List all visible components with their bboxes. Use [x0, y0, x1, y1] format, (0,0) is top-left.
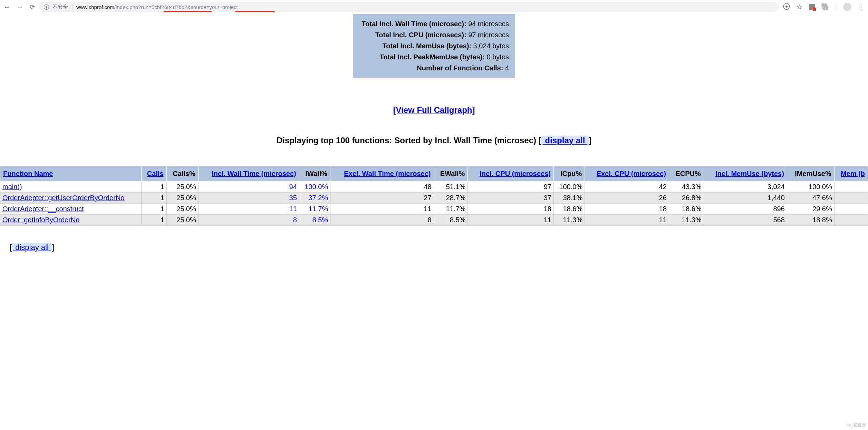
cell: 8.5%	[299, 215, 330, 226]
table-row: Order::getInfoByOrderNo125.0%88.5%88.5%1…	[0, 215, 868, 226]
cell: 25.0%	[166, 204, 198, 215]
cell: 100.0%	[787, 182, 834, 193]
th-incl-wall[interactable]: Incl. Wall Time (microsec)	[198, 166, 299, 182]
th-imem-pct: IMemUse%	[787, 166, 834, 182]
browser-toolbar: ← → ⟳ i 不安全 | www.xhprof.com/index.php?r…	[0, 0, 868, 14]
cell: 18	[468, 204, 554, 215]
th-icpu-pct: ICpu%	[553, 166, 585, 182]
back-button[interactable]: ←	[3, 3, 10, 11]
cell: 94	[198, 182, 299, 193]
cell: 42	[585, 182, 669, 193]
cell: 25.0%	[166, 193, 198, 204]
toolbar-right: ⦿ ☆ ! 🐘 | ⋮	[783, 2, 865, 11]
function-link[interactable]: Order::getInfoByOrderNo	[2, 216, 79, 224]
cell: 568	[704, 215, 787, 226]
annotation-underline-1	[163, 11, 212, 12]
evernote-icon[interactable]: 🐘	[822, 3, 829, 10]
th-function-name[interactable]: Function Name	[0, 166, 142, 182]
bottom-link-row: [ display all ]	[10, 243, 868, 252]
cell: 8.5%	[434, 215, 468, 226]
th-ewall-pct: EWall%	[434, 166, 468, 182]
cell: 18	[585, 204, 669, 215]
table-header-row: Function Name Calls Calls% Incl. Wall Ti…	[0, 166, 868, 182]
insecure-label: 不安全	[52, 4, 68, 10]
cell: 29.6%	[787, 204, 834, 215]
cell: 100.0%	[299, 182, 330, 193]
cell: 8	[198, 215, 299, 226]
th-incl-mem[interactable]: Incl. MemUse (bytes)	[704, 166, 787, 182]
function-link[interactable]: OrderAdepter::__construct	[2, 205, 84, 213]
display-heading: Displaying top 100 functions: Sorted by …	[0, 136, 868, 145]
table-row: main()125.0%94100.0%4851.1%97100.0%4243.…	[0, 182, 868, 193]
cell: 11	[468, 215, 554, 226]
address-bar[interactable]: i 不安全 | www.xhprof.com/index.php?run=5cb…	[39, 2, 779, 12]
cell: 97	[468, 182, 554, 193]
forward-button[interactable]: →	[17, 3, 23, 11]
reload-button[interactable]: ⟳	[30, 3, 35, 11]
cell: 38.1%	[553, 193, 585, 204]
th-excl-wall[interactable]: Excl. Wall Time (microsec)	[330, 166, 434, 182]
url-path: /index.php?run=5cbf2684d7bb2&source=your…	[114, 4, 238, 10]
cell: 43.3%	[669, 182, 704, 193]
cell: 1,440	[704, 193, 787, 204]
cell: 25.0%	[166, 182, 198, 193]
function-link[interactable]: OrderAdepter::getUserOrderByOrderNo	[2, 194, 124, 202]
annotation-underline-2	[235, 11, 275, 12]
cell: 47.6%	[787, 193, 834, 204]
divider: |	[835, 2, 837, 11]
table-row: OrderAdepter::__construct125.0%1111.7%11…	[0, 204, 868, 215]
cell: 48	[330, 182, 434, 193]
summary-row: Total Incl. PeakMemUse (bytes): 0 bytes	[359, 51, 509, 62]
display-all-link-top[interactable]: display all	[541, 136, 589, 145]
cell: 11	[585, 215, 669, 226]
cell-function-name: main()	[0, 182, 142, 193]
cell: 18.6%	[553, 204, 585, 215]
bookmark-star-icon[interactable]: ☆	[796, 3, 802, 11]
function-link[interactable]: main()	[2, 183, 22, 190]
cell	[834, 215, 868, 226]
callgraph-link-row: [View Full Callgraph]	[0, 105, 868, 115]
cell: 18.8%	[787, 215, 834, 226]
divider: |	[71, 4, 73, 10]
page-content: Total Incl. Wall Time (microsec): 94 mic…	[0, 14, 868, 252]
cell: 11	[198, 204, 299, 215]
th-excl-cpu[interactable]: Excl. CPU (microsec)	[585, 166, 669, 182]
cell: 8	[330, 215, 434, 226]
cell: 11.7%	[434, 204, 468, 215]
cell: 27	[330, 193, 434, 204]
translate-icon[interactable]: ⦿	[783, 3, 790, 10]
cell: 100.0%	[553, 182, 585, 193]
profile-avatar[interactable]	[843, 3, 851, 11]
summary-row: Total Incl. Wall Time (microsec): 94 mic…	[359, 18, 509, 29]
cell: 18.6%	[669, 204, 704, 215]
th-incl-cpu[interactable]: Incl. CPU (microsecs)	[468, 166, 554, 182]
th-mem-b[interactable]: Mem (b	[834, 166, 868, 182]
th-ecpu-pct: ECPU%	[669, 166, 704, 182]
site-info-icon[interactable]: i	[44, 4, 49, 10]
cell: 3,024	[704, 182, 787, 193]
cell-function-name: OrderAdepter::getUserOrderByOrderNo	[0, 193, 142, 204]
th-calls[interactable]: Calls	[142, 166, 166, 182]
cell	[834, 204, 868, 215]
table-row: OrderAdepter::getUserOrderByOrderNo125.0…	[0, 193, 868, 204]
display-all-link-bottom[interactable]: display all	[12, 243, 52, 252]
cell: 1	[142, 204, 166, 215]
cell: 35	[198, 193, 299, 204]
cell	[834, 182, 868, 193]
cell: 37.2%	[299, 193, 330, 204]
cell: 11.3%	[669, 215, 704, 226]
summary-row: Number of Function Calls: 4	[359, 62, 509, 74]
summary-row: Total Incl. CPU (microsecs): 97 microsec…	[359, 29, 509, 40]
summary-row: Total Incl. MemUse (bytes): 3,024 bytes	[359, 40, 509, 51]
cell: 11	[330, 204, 434, 215]
cell: 1	[142, 193, 166, 204]
extension-icon-1[interactable]: !	[809, 3, 816, 10]
view-callgraph-link[interactable]: [View Full Callgraph]	[393, 105, 475, 115]
cell: 28.7%	[434, 193, 468, 204]
profile-table: Function Name Calls Calls% Incl. Wall Ti…	[0, 166, 868, 226]
menu-kebab-icon[interactable]: ⋮	[858, 3, 865, 11]
cell: 11.7%	[299, 204, 330, 215]
url-host: www.xhprof.com	[76, 4, 114, 10]
cell: 51.1%	[434, 182, 468, 193]
cell: 26	[585, 193, 669, 204]
